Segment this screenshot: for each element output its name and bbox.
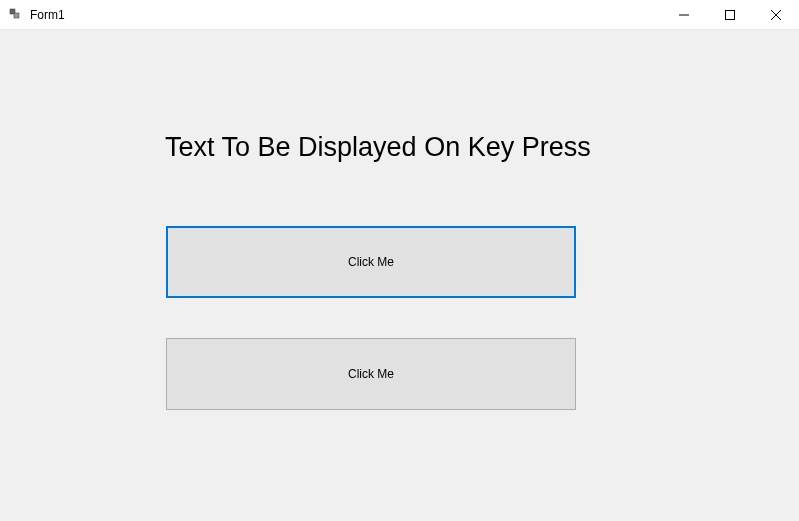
svg-rect-3: [726, 10, 735, 19]
window-title: Form1: [30, 8, 65, 22]
window-controls: [661, 0, 799, 29]
button-1-label: Click Me: [348, 255, 394, 269]
maximize-button[interactable]: [707, 0, 753, 29]
minimize-button[interactable]: [661, 0, 707, 29]
main-label: Text To Be Displayed On Key Press: [165, 132, 591, 163]
titlebar: Form1: [0, 0, 799, 30]
button-2[interactable]: Click Me: [166, 338, 576, 410]
client-area: Text To Be Displayed On Key Press Click …: [0, 30, 799, 521]
close-button[interactable]: [753, 0, 799, 29]
titlebar-left: Form1: [0, 7, 65, 23]
app-icon: [8, 7, 24, 23]
button-1[interactable]: Click Me: [166, 226, 576, 298]
svg-rect-1: [14, 13, 19, 18]
button-2-label: Click Me: [348, 367, 394, 381]
